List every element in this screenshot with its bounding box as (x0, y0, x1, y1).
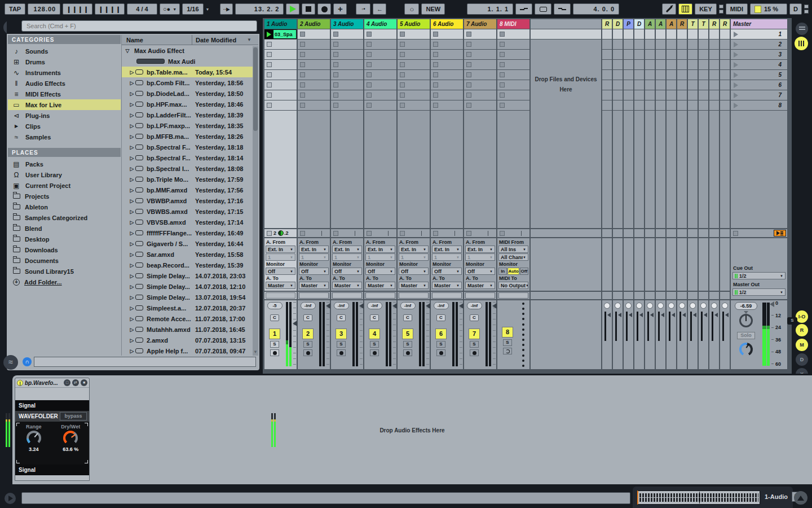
arrangement-view-toggle[interactable] (796, 23, 808, 35)
clip-slot[interactable] (398, 50, 430, 59)
monitor-in-button[interactable]: In (498, 268, 507, 275)
volume-display[interactable]: -5 (267, 302, 283, 309)
clip-stop-icon[interactable] (300, 52, 305, 57)
file-row[interactable]: ▷ Simple Delay... 14.07.2018, 23:03 (122, 270, 258, 281)
scene-launch-icon[interactable] (734, 62, 738, 68)
file-row[interactable]: ▷ Apple Help f... 07.07.2018, 09:47 (122, 345, 258, 356)
capture-new-button[interactable]: NEW (421, 3, 445, 15)
clip-stop-icon[interactable] (500, 52, 505, 57)
clip-slot[interactable] (464, 50, 496, 59)
track-header[interactable]: 1 Audio (264, 19, 297, 29)
clip-slot[interactable] (431, 100, 463, 110)
show-track-delay-toggle[interactable]: D (796, 353, 808, 366)
track-activator[interactable]: 3 (336, 329, 347, 339)
volume-display[interactable]: -Inf (400, 302, 416, 309)
re-enable-automation-button[interactable]: ← (373, 3, 386, 15)
file-row[interactable]: ▷ bp.Triple Mo... Yesterday, 17:59 (122, 174, 258, 185)
clip-slot[interactable] (298, 50, 330, 59)
quantization-menu[interactable]: 1/16 (182, 3, 203, 15)
clip-slot[interactable] (497, 70, 529, 80)
clip-stop-icon[interactable] (500, 103, 505, 108)
clip-slot[interactable] (497, 100, 529, 110)
sidebar-item-max-for-live[interactable]: ▭Max for Live (8, 99, 121, 110)
clip-stop-icon[interactable] (267, 62, 272, 67)
return-track-header[interactable]: R (677, 19, 687, 29)
file-row[interactable]: ▷ beap.Record... Yesterday, 15:39 (122, 260, 258, 270)
pan-control[interactable]: C (303, 314, 312, 321)
expand-arrow-icon[interactable]: ▷ (129, 80, 135, 86)
clip-slot[interactable] (298, 100, 330, 110)
clip-slot[interactable] (398, 29, 430, 39)
return-fader[interactable] (709, 310, 719, 342)
monitor-select[interactable]: Off▼ (299, 268, 329, 275)
clip-slot[interactable] (398, 60, 430, 69)
clip-stop-icon[interactable] (267, 72, 272, 77)
scrollbar-thumb[interactable] (253, 47, 258, 131)
return-fader-handle[interactable] (693, 313, 696, 317)
return-fader[interactable] (634, 310, 644, 342)
file-row[interactable]: ▷ Gigaverb / S... Yesterday, 16:44 (122, 238, 258, 249)
sidebar-item-drums[interactable]: ⊞Drums (8, 56, 121, 67)
cue-volume-knob[interactable] (739, 343, 753, 356)
sidebar-place-folder[interactable]: Ableton (8, 202, 121, 212)
clip-stop-icon[interactable] (367, 82, 372, 87)
send-slot[interactable] (266, 292, 295, 299)
scene-launch-icon[interactable] (734, 52, 738, 58)
expand-arrow-icon[interactable]: ▷ (129, 187, 135, 193)
sidebar-item-instruments[interactable]: ∿Instruments (8, 67, 121, 78)
clip-slot[interactable] (364, 90, 396, 100)
track-header[interactable]: 8 MIDI (497, 19, 529, 29)
add-folder-button[interactable]: +Add Folder... (8, 277, 121, 287)
clip-slot[interactable] (431, 70, 463, 80)
play-button[interactable] (286, 3, 299, 15)
scene-row[interactable]: 7 (731, 90, 787, 100)
clip-slot[interactable] (331, 80, 363, 90)
return-fader-handle[interactable] (629, 313, 632, 317)
sidebar-item-midi-effects[interactable]: ≡MIDI Effects (8, 89, 121, 99)
clip-slot[interactable] (298, 40, 330, 49)
midi-channel-select[interactable]: All Channe▼ (498, 253, 528, 261)
return-fader[interactable] (699, 310, 708, 342)
volume-fader-handle[interactable] (392, 303, 397, 309)
volume-fader-handle[interactable] (426, 303, 430, 309)
sidebar-item-samples[interactable]: ≈Samples (8, 132, 121, 142)
clip-stop-icon[interactable] (367, 93, 372, 98)
clip-slot[interactable] (431, 50, 463, 59)
clip-stop-icon[interactable] (466, 52, 471, 57)
pan-control[interactable]: C (270, 314, 279, 321)
expand-arrow-icon[interactable]: ▷ (129, 273, 135, 279)
monitor-select[interactable]: Off▼ (399, 268, 429, 275)
file-row[interactable]: ▷ bp.MFFB.ma... Yesterday, 18:26 (122, 131, 258, 142)
preview-toggle[interactable]: ≈ (3, 355, 18, 370)
return-fader[interactable] (720, 310, 730, 342)
clip-slot[interactable] (264, 40, 297, 49)
clip-slot[interactable] (464, 100, 496, 110)
solo-button[interactable]: S (303, 341, 312, 348)
stop-button[interactable] (302, 3, 315, 15)
track-activator[interactable]: 7 (469, 329, 480, 339)
track-header[interactable]: 4 Audio (364, 19, 396, 29)
stop-all-clips-button[interactable] (774, 230, 786, 237)
track-activator[interactable]: 2 (302, 329, 314, 339)
file-row[interactable]: ▷ bp.Comb Filt... Yesterday, 18:56 (122, 77, 258, 88)
arm-button[interactable] (370, 349, 379, 356)
track-stop-icon[interactable] (333, 231, 338, 236)
return-fader[interactable] (624, 310, 633, 342)
audio-to-select[interactable]: Master▼ (266, 282, 295, 289)
scene-row[interactable]: 3 (731, 50, 787, 59)
clip-slot[interactable] (497, 50, 529, 59)
clip-slot[interactable] (398, 40, 430, 49)
clip-slot[interactable] (264, 60, 297, 69)
column-name[interactable]: Name (122, 35, 192, 45)
track-header[interactable]: 6 Audio (431, 19, 463, 29)
master-track-header[interactable]: Master (731, 19, 787, 29)
column-date-modified[interactable]: Date Modified▼ (192, 35, 258, 45)
volume-display[interactable]: -Inf (334, 302, 349, 309)
scene-launch-icon[interactable] (734, 103, 738, 108)
clip-stop-icon[interactable] (433, 32, 438, 37)
sidebar-item-plug-ins[interactable]: ⊲Plug-ins (8, 110, 121, 121)
file-row[interactable]: ▷ Simpleest.a... 12.07.2018, 20:37 (122, 303, 258, 313)
clip-stop-icon[interactable] (333, 32, 338, 37)
track-activator[interactable]: 8 (502, 327, 513, 338)
send-slot[interactable] (332, 292, 362, 299)
